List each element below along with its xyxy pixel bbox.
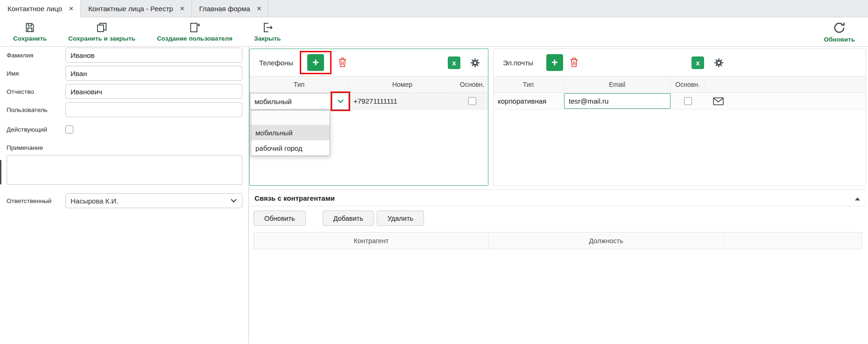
surname-label: Фамилия xyxy=(7,52,65,59)
save-button[interactable]: Сохранить xyxy=(13,21,47,42)
tab-contact-person[interactable]: Контактное лицо ✕ xyxy=(0,0,81,17)
dropdown-option-mobile[interactable]: мобильный xyxy=(251,125,330,140)
tab-label: Главная форма xyxy=(199,5,250,13)
gear-icon xyxy=(470,57,480,68)
add-phone-button[interactable]: + xyxy=(307,54,324,71)
create-user-button[interactable]: Создание пользователя xyxy=(157,21,233,42)
dropdown-option-work-city[interactable]: рабочий город xyxy=(251,140,330,155)
column-header-counterparty[interactable]: Контрагент xyxy=(254,232,489,249)
phones-settings-button[interactable] xyxy=(470,57,480,68)
note-field[interactable] xyxy=(7,155,242,185)
counterparties-add-button[interactable]: Добавить xyxy=(323,211,374,226)
envelope-icon[interactable] xyxy=(713,97,724,105)
email-main-cell xyxy=(671,97,705,105)
gear-icon xyxy=(713,57,724,68)
phone-main-checkbox[interactable] xyxy=(468,97,476,105)
responsible-value: Насырова К.И. xyxy=(71,197,118,205)
chevron-down-icon xyxy=(231,199,237,203)
column-header-number[interactable]: Номер xyxy=(349,77,456,92)
add-email-button[interactable]: + xyxy=(546,54,563,71)
contact-form: Фамилия Имя Отчество Пользователь Действ… xyxy=(0,47,249,344)
tab-close-icon[interactable]: ✕ xyxy=(257,6,262,12)
counterparties-refresh-button[interactable]: Обновить xyxy=(254,211,306,226)
column-header-extra xyxy=(724,232,861,249)
form-row: Действующий xyxy=(7,125,242,134)
phones-table-header: Тип Номер Основн. xyxy=(250,76,488,93)
counterparties-body: Обновить Добавить Удалить Контрагент Дол… xyxy=(249,206,866,253)
email-row[interactable]: корпоративная xyxy=(494,93,866,110)
column-header-type[interactable]: Тип xyxy=(250,77,349,92)
form-row: Ответственный Насырова К.И. xyxy=(7,193,242,208)
counterparties-header: Связь с контрагентами xyxy=(249,190,866,206)
column-header-actions xyxy=(705,77,866,92)
form-row: Имя xyxy=(7,66,242,81)
main-content: Фамилия Имя Отчество Пользователь Действ… xyxy=(0,47,868,344)
phone-type-select[interactable]: мобильный xyxy=(250,93,349,110)
annotation-highlight-add-phone: + xyxy=(300,51,332,74)
tab-bar: Контактное лицо ✕ Контактные лица - Реес… xyxy=(0,0,868,17)
active-label: Действующий xyxy=(7,126,65,133)
form-row: Фамилия xyxy=(7,48,242,63)
emails-settings-button[interactable] xyxy=(713,57,724,68)
dropdown-option-empty[interactable] xyxy=(251,111,330,125)
refresh-button[interactable]: Обновить xyxy=(824,21,855,43)
phone-row[interactable]: мобильный +79271111111 xyxy=(250,93,488,110)
phones-export-excel-button[interactable]: x xyxy=(448,56,460,69)
save-icon xyxy=(24,21,36,34)
tab-main-form[interactable]: Главная форма ✕ xyxy=(192,0,269,17)
column-header-email[interactable]: Email xyxy=(564,77,671,92)
responsible-label: Ответственный xyxy=(7,197,65,204)
save-and-close-icon xyxy=(96,21,108,34)
name-label: Имя xyxy=(7,70,65,77)
phone-main-cell xyxy=(456,97,488,105)
active-checkbox[interactable] xyxy=(65,126,73,133)
emails-header: Эл.почты + x xyxy=(494,49,732,76)
chevron-up-icon xyxy=(855,197,860,201)
email-type-cell[interactable]: корпоративная xyxy=(494,97,564,105)
phone-type-dropdown-button[interactable] xyxy=(332,93,349,110)
counterparties-table-header: Контрагент Должность xyxy=(254,232,862,249)
delete-phone-button[interactable] xyxy=(338,57,347,68)
refresh-icon xyxy=(833,21,846,35)
phones-title: Телефоны xyxy=(259,59,293,67)
column-header-position[interactable]: Должность xyxy=(489,232,724,249)
patronymic-field[interactable] xyxy=(65,84,242,99)
create-user-label: Создание пользователя xyxy=(157,35,233,42)
emails-table-header: Тип Email Основн. xyxy=(494,76,866,93)
user-field[interactable] xyxy=(65,102,242,117)
form-row: Отчество xyxy=(7,84,242,99)
save-and-close-label: Сохранить и закрыть xyxy=(68,35,135,42)
counterparties-panel: Связь с контрагентами Обновить Добавить … xyxy=(249,190,866,344)
name-field[interactable] xyxy=(65,66,242,81)
phone-type-dropdown-list: мобильный рабочий город xyxy=(251,110,330,156)
emails-panel: Эл.почты + x xyxy=(493,49,866,186)
counterparties-delete-button[interactable]: Удалить xyxy=(377,211,424,226)
email-field[interactable] xyxy=(564,93,670,109)
save-and-close-button[interactable]: Сохранить и закрыть xyxy=(68,21,135,42)
emails-export-excel-button[interactable]: x xyxy=(692,56,704,69)
trash-icon xyxy=(338,57,347,68)
column-header-type[interactable]: Тип xyxy=(494,77,564,92)
tab-close-icon[interactable]: ✕ xyxy=(180,6,185,12)
surname-field[interactable] xyxy=(65,48,242,63)
chevron-down-icon xyxy=(338,99,344,103)
user-label: Пользователь xyxy=(7,106,65,113)
toolbar: Сохранить Сохранить и закрыть Создание п… xyxy=(0,17,868,47)
tab-close-icon[interactable]: ✕ xyxy=(69,6,74,12)
close-button[interactable]: Закрыть xyxy=(254,21,281,42)
create-user-icon xyxy=(189,21,201,34)
column-header-main[interactable]: Основн. xyxy=(671,77,705,92)
responsible-select[interactable]: Насырова К.И. xyxy=(65,193,242,208)
counterparties-toolbar: Обновить Добавить Удалить xyxy=(254,211,862,226)
vertical-scrollbar[interactable] xyxy=(0,160,1,184)
collapse-button[interactable] xyxy=(855,194,860,202)
column-header-main[interactable]: Основн. xyxy=(456,77,488,92)
note-label: Примечание xyxy=(7,144,242,151)
email-main-checkbox[interactable] xyxy=(684,97,692,105)
phones-header: Телефоны + x xyxy=(250,49,488,76)
email-actions-cell xyxy=(705,97,866,105)
delete-email-button[interactable] xyxy=(569,57,579,68)
tab-contacts-registry[interactable]: Контактные лица - Реестр ✕ xyxy=(81,0,192,17)
phone-number-cell[interactable]: +79271111111 xyxy=(349,97,456,105)
form-row: Пользователь xyxy=(7,102,242,117)
